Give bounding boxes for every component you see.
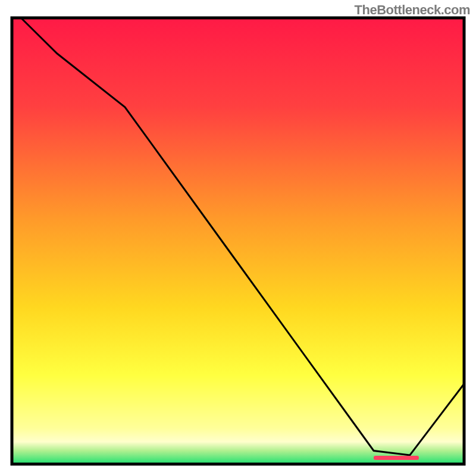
gradient-background — [12, 18, 464, 464]
optimum-marker — [374, 456, 419, 460]
bottleneck-chart — [0, 0, 476, 476]
chart-container: TheBottleneck.com — [0, 0, 476, 476]
